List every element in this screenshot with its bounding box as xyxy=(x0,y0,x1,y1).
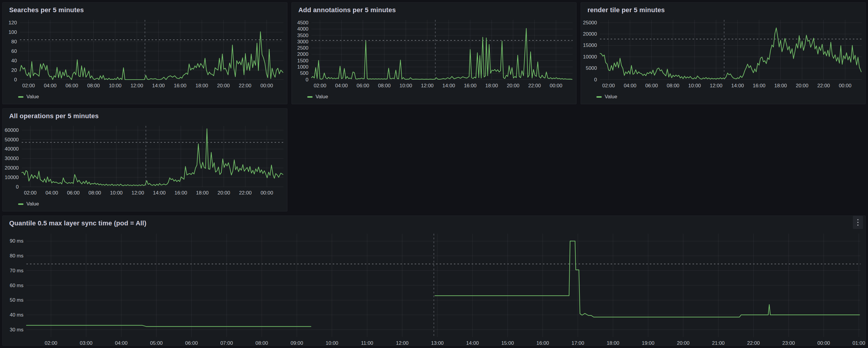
svg-text:02:00: 02:00 xyxy=(22,83,35,89)
svg-text:80 ms: 80 ms xyxy=(10,253,24,259)
svg-text:60000: 60000 xyxy=(5,127,19,133)
kebab-vertical-icon xyxy=(857,224,859,226)
svg-text:20:00: 20:00 xyxy=(217,83,230,89)
legend-add-annotations[interactable]: Value xyxy=(307,94,328,100)
svg-text:20:00: 20:00 xyxy=(796,83,809,89)
svg-text:18:00: 18:00 xyxy=(607,340,620,345)
svg-text:16:00: 16:00 xyxy=(175,190,187,196)
svg-text:00:00: 00:00 xyxy=(817,340,830,345)
series-swatch-icon xyxy=(18,96,24,98)
svg-text:17:00: 17:00 xyxy=(571,340,584,345)
svg-text:18:00: 18:00 xyxy=(485,83,498,89)
svg-text:04:00: 04:00 xyxy=(335,83,348,89)
svg-text:02:00: 02:00 xyxy=(314,83,327,89)
panel-menu-button[interactable] xyxy=(853,216,863,229)
svg-text:10000: 10000 xyxy=(5,175,19,180)
svg-text:04:00: 04:00 xyxy=(624,83,637,89)
svg-text:01:00: 01:00 xyxy=(852,340,865,345)
svg-text:22:00: 22:00 xyxy=(817,83,830,89)
svg-text:70 ms: 70 ms xyxy=(10,268,24,274)
svg-text:08:00: 08:00 xyxy=(255,340,268,345)
svg-text:1000: 1000 xyxy=(297,64,308,70)
svg-text:08:00: 08:00 xyxy=(89,190,101,196)
quantile-sync-time-chart[interactable]: 30 ms40 ms50 ms60 ms70 ms80 ms90 ms02:00… xyxy=(3,216,865,345)
kebab-vertical-icon xyxy=(857,219,859,220)
svg-text:19:00: 19:00 xyxy=(642,340,655,345)
svg-text:00:00: 00:00 xyxy=(839,83,852,89)
svg-text:16:00: 16:00 xyxy=(753,83,766,89)
grafana-dashboard: Searches per 5 minutes 02040608010012002… xyxy=(0,0,868,348)
add-annotations-chart[interactable]: 05001000150020002500300035004000450002:0… xyxy=(292,3,576,104)
svg-text:100: 100 xyxy=(9,29,17,35)
svg-text:22:00: 22:00 xyxy=(239,83,251,89)
legend-searches[interactable]: Value xyxy=(18,94,39,100)
svg-text:0: 0 xyxy=(14,77,17,83)
svg-text:20:00: 20:00 xyxy=(507,83,520,89)
svg-text:10:00: 10:00 xyxy=(109,83,122,89)
panel-title-add-annotations: Add annotations per 5 minutes xyxy=(298,6,396,14)
svg-text:14:00: 14:00 xyxy=(731,83,744,89)
svg-text:0: 0 xyxy=(594,77,597,83)
svg-text:50000: 50000 xyxy=(5,137,19,143)
panel-title-all-operations: All operations per 5 minutes xyxy=(9,112,98,120)
searches-chart[interactable]: 02040608010012002:0004:0006:0008:0010:00… xyxy=(3,3,287,104)
svg-text:05:00: 05:00 xyxy=(150,340,163,345)
svg-text:120: 120 xyxy=(9,20,17,26)
chart-canvas[interactable]: 02040608010012002:0004:0006:0008:0010:00… xyxy=(3,3,287,104)
chart-canvas[interactable]: 30 ms40 ms50 ms60 ms70 ms80 ms90 ms02:00… xyxy=(3,216,865,345)
svg-text:04:00: 04:00 xyxy=(44,83,57,89)
legend-label: Value xyxy=(26,94,39,100)
svg-text:04:00: 04:00 xyxy=(115,340,128,345)
svg-text:08:00: 08:00 xyxy=(87,83,100,89)
svg-text:80: 80 xyxy=(11,39,17,44)
all-operations-chart[interactable]: 010000200003000040000500006000002:0004:0… xyxy=(3,109,287,211)
svg-text:15:00: 15:00 xyxy=(501,340,514,345)
panel-searches: Searches per 5 minutes 02040608010012002… xyxy=(2,2,287,104)
panel-title-quantile-sync-time: Quantile 0.5 max layer sync time (pod = … xyxy=(9,219,146,227)
svg-text:0: 0 xyxy=(306,77,308,83)
svg-text:14:00: 14:00 xyxy=(153,190,166,196)
chart-canvas[interactable]: 050001000015000200002500002:0004:0006:00… xyxy=(581,3,865,104)
svg-text:20000: 20000 xyxy=(5,165,19,171)
legend-all-operations[interactable]: Value xyxy=(18,201,39,207)
legend-render-tile[interactable]: Value xyxy=(596,94,617,100)
svg-text:21:00: 21:00 xyxy=(712,340,725,345)
svg-text:12:00: 12:00 xyxy=(421,83,434,89)
svg-text:60: 60 xyxy=(11,49,17,54)
svg-text:02:00: 02:00 xyxy=(24,190,37,196)
svg-text:14:00: 14:00 xyxy=(442,83,455,89)
series-swatch-icon xyxy=(596,96,602,98)
svg-text:500: 500 xyxy=(300,70,308,76)
series-swatch-icon xyxy=(307,96,313,98)
svg-text:20: 20 xyxy=(11,67,17,73)
chart-canvas[interactable]: 010000200003000040000500006000002:0004:0… xyxy=(3,109,287,211)
svg-text:2000: 2000 xyxy=(297,51,308,57)
svg-text:40 ms: 40 ms xyxy=(10,312,24,318)
svg-text:13:00: 13:00 xyxy=(431,340,444,345)
svg-text:40: 40 xyxy=(11,58,17,64)
svg-text:2500: 2500 xyxy=(297,45,308,51)
panel-add-annotations: Add annotations per 5 minutes 0500100015… xyxy=(291,2,577,104)
svg-text:06:00: 06:00 xyxy=(645,83,658,89)
svg-text:22:00: 22:00 xyxy=(747,340,760,345)
svg-text:00:00: 00:00 xyxy=(260,83,273,89)
svg-text:22:00: 22:00 xyxy=(528,83,541,89)
svg-text:30000: 30000 xyxy=(5,156,19,161)
chart-canvas[interactable]: 05001000150020002500300035004000450002:0… xyxy=(292,3,576,104)
svg-text:00:00: 00:00 xyxy=(550,83,562,89)
svg-text:12:00: 12:00 xyxy=(131,190,144,196)
svg-text:06:00: 06:00 xyxy=(185,340,198,345)
svg-text:14:00: 14:00 xyxy=(152,83,165,89)
svg-text:4000: 4000 xyxy=(297,26,308,32)
svg-text:4500: 4500 xyxy=(297,20,308,26)
svg-text:08:00: 08:00 xyxy=(378,83,391,89)
render-tile-chart[interactable]: 050001000015000200002500002:0004:0006:00… xyxy=(581,3,865,104)
svg-text:1500: 1500 xyxy=(297,58,308,64)
legend-label: Value xyxy=(26,201,39,207)
svg-text:09:00: 09:00 xyxy=(290,340,303,345)
svg-text:15000: 15000 xyxy=(583,42,597,48)
svg-text:00:00: 00:00 xyxy=(261,190,273,196)
svg-text:12:00: 12:00 xyxy=(710,83,722,89)
svg-text:08:00: 08:00 xyxy=(667,83,680,89)
svg-text:18:00: 18:00 xyxy=(774,83,787,89)
